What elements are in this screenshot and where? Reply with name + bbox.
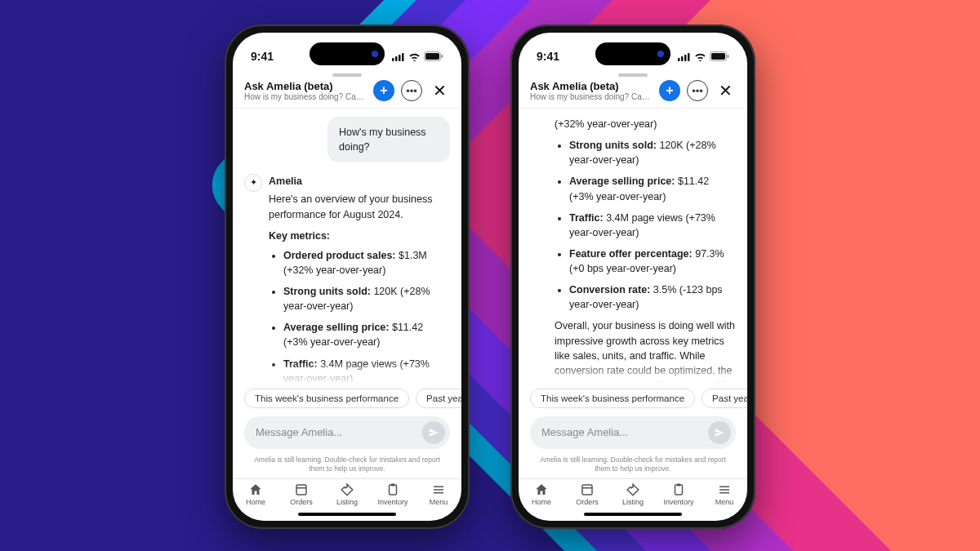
metric-item: Average selling price: $11.42 (+3% year-… bbox=[569, 174, 736, 203]
tab-orders[interactable]: Orders bbox=[278, 482, 324, 506]
svg-rect-9 bbox=[390, 485, 397, 495]
svg-rect-11 bbox=[678, 58, 680, 61]
suggestion-chip[interactable]: This week's business performance bbox=[530, 389, 695, 408]
tag-icon bbox=[626, 482, 640, 497]
sheet-grabber[interactable] bbox=[618, 73, 648, 77]
tab-orders[interactable]: Orders bbox=[564, 482, 610, 506]
send-icon bbox=[428, 427, 439, 438]
new-chat-button[interactable]: + bbox=[659, 80, 680, 101]
status-indicators bbox=[392, 51, 443, 61]
status-time: 9:41 bbox=[251, 50, 274, 63]
dynamic-island bbox=[595, 42, 670, 65]
sheet-subtitle: How is my business doing? Can you… bbox=[244, 92, 367, 101]
svg-rect-13 bbox=[684, 55, 687, 61]
sheet-title: Ask Amelia (beta) bbox=[530, 80, 653, 92]
composer: Message Amelia... bbox=[519, 413, 747, 452]
send-button[interactable] bbox=[708, 421, 731, 444]
svg-rect-12 bbox=[681, 56, 684, 61]
tab-menu[interactable]: Menu bbox=[416, 482, 461, 506]
chat-scroll[interactable]: How's my business doing? ✦ Amelia Here's… bbox=[233, 109, 461, 384]
close-button[interactable]: ✕ bbox=[429, 80, 450, 101]
sheet-header: Ask Amelia (beta) How is my business doi… bbox=[233, 80, 461, 109]
svg-point-19 bbox=[630, 487, 632, 489]
suggestion-chip[interactable]: Past year's bu bbox=[416, 389, 461, 408]
tab-listing[interactable]: Listing bbox=[324, 482, 370, 506]
message-input[interactable]: Message Amelia... bbox=[244, 416, 450, 449]
assistant-intro: Here's an overview of your business perf… bbox=[269, 192, 450, 221]
svg-rect-6 bbox=[442, 55, 443, 58]
menu-icon bbox=[717, 482, 732, 497]
menu-icon bbox=[431, 482, 446, 497]
tab-home[interactable]: Home bbox=[519, 482, 564, 506]
tab-bar: Home Orders Listing Inventory Menu bbox=[519, 478, 747, 511]
metric-partial-top: (+32% year-over-year) bbox=[530, 117, 736, 131]
sheet-grabber[interactable] bbox=[332, 73, 362, 77]
svg-rect-0 bbox=[392, 58, 394, 61]
composer-placeholder: Message Amelia... bbox=[541, 426, 708, 438]
more-options-button[interactable]: ••• bbox=[687, 80, 708, 101]
wifi-icon bbox=[408, 52, 421, 61]
composer: Message Amelia... bbox=[233, 413, 461, 452]
disclaimer-text: Amelia is still learning. Double-check f… bbox=[519, 452, 747, 478]
tab-menu[interactable]: Menu bbox=[702, 482, 747, 506]
svg-point-8 bbox=[345, 487, 346, 489]
home-indicator[interactable] bbox=[584, 513, 682, 516]
clipboard-icon bbox=[671, 482, 686, 497]
send-button[interactable] bbox=[422, 421, 445, 444]
metrics-list: Strong units sold: 120K (+28% year-over-… bbox=[555, 138, 736, 312]
chat-scroll[interactable]: (+32% year-over-year) ✦ Strong units sol… bbox=[519, 109, 747, 384]
orders-icon bbox=[580, 482, 595, 497]
tab-listing[interactable]: Listing bbox=[610, 482, 656, 506]
phone-mockups-stage: 9:41 Ask Amelia (beta) How is my busines… bbox=[0, 0, 980, 551]
amelia-avatar-icon: ✦ bbox=[244, 174, 262, 192]
more-options-button[interactable]: ••• bbox=[401, 80, 422, 101]
home-icon bbox=[534, 482, 549, 497]
tab-inventory[interactable]: Inventory bbox=[656, 482, 702, 506]
suggestion-chips: This week's business performance Past ye… bbox=[233, 384, 461, 413]
sheet-header: Ask Amelia (beta) How is my business doi… bbox=[519, 80, 747, 109]
svg-rect-16 bbox=[711, 53, 725, 60]
svg-rect-18 bbox=[582, 485, 592, 495]
assistant-message: Strong units sold: 120K (+28% year-over-… bbox=[555, 138, 736, 384]
svg-rect-7 bbox=[296, 485, 306, 495]
phone-right: 9:41 Ask Amelia (beta) How is my busines… bbox=[510, 24, 755, 529]
metric-item: Feature offer percentage: 97.3% (+0 bps … bbox=[569, 247, 736, 276]
clipboard-icon bbox=[385, 482, 400, 497]
suggestion-chips: This week's business performance Past ye… bbox=[519, 384, 747, 413]
phone-left: 9:41 Ask Amelia (beta) How is my busines… bbox=[225, 24, 470, 529]
svg-rect-21 bbox=[677, 484, 681, 487]
status-indicators bbox=[678, 51, 729, 61]
svg-rect-3 bbox=[402, 53, 404, 61]
svg-rect-1 bbox=[395, 56, 398, 61]
svg-rect-10 bbox=[391, 484, 395, 487]
svg-rect-5 bbox=[425, 53, 439, 60]
svg-rect-17 bbox=[728, 55, 729, 58]
message-input[interactable]: Message Amelia... bbox=[530, 416, 736, 449]
close-button[interactable]: ✕ bbox=[715, 80, 736, 101]
svg-rect-14 bbox=[688, 53, 690, 61]
composer-placeholder: Message Amelia... bbox=[256, 426, 422, 438]
suggestion-chip[interactable]: This week's business performance bbox=[244, 389, 409, 408]
user-message: How's my business doing? bbox=[327, 117, 450, 162]
tab-inventory[interactable]: Inventory bbox=[370, 482, 416, 506]
new-chat-button[interactable]: + bbox=[373, 80, 394, 101]
assistant-message: Amelia Here's an overview of your busine… bbox=[269, 174, 450, 384]
send-icon bbox=[714, 427, 725, 438]
cellular-icon bbox=[678, 52, 691, 61]
home-indicator[interactable] bbox=[298, 513, 396, 516]
svg-rect-20 bbox=[675, 485, 683, 495]
cellular-icon bbox=[392, 52, 405, 61]
tag-icon bbox=[340, 482, 354, 497]
metric-item: Conversion rate: 3.5% (-123 bps year-ove… bbox=[569, 282, 736, 312]
sheet-title: Ask Amelia (beta) bbox=[244, 80, 367, 92]
metric-item: Average selling price: $11.42 (+3% year-… bbox=[283, 320, 450, 349]
tab-home[interactable]: Home bbox=[233, 482, 278, 506]
key-metrics-heading: Key metrics: bbox=[269, 229, 450, 243]
assistant-name: Amelia bbox=[269, 174, 450, 189]
metric-item: Strong units sold: 120K (+28% year-over-… bbox=[569, 138, 736, 167]
disclaimer-text: Amelia is still learning. Double-check f… bbox=[233, 452, 461, 478]
metric-item: Traffic: 3.4M page views (+73% year-over… bbox=[569, 211, 736, 240]
dynamic-island bbox=[310, 42, 385, 65]
metric-item: Ordered product sales: $1.3M (+32% year-… bbox=[283, 248, 450, 278]
suggestion-chip[interactable]: Past year's bu bbox=[702, 389, 747, 408]
